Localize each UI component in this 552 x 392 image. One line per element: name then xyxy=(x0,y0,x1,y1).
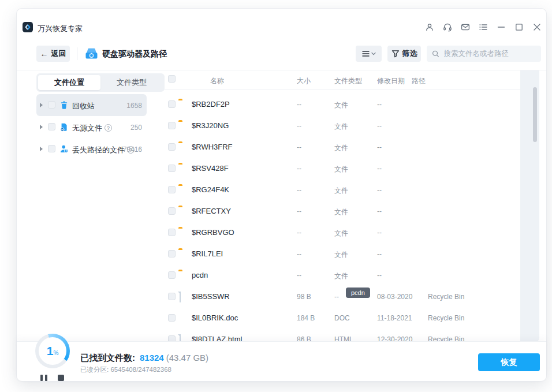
file-size: 184 B xyxy=(297,314,315,322)
scrollbar-track xyxy=(520,70,539,342)
file-name: pcdn xyxy=(192,271,208,279)
table-row[interactable]: $RG24F4K -- 文件 -- xyxy=(160,180,539,201)
file-date: -- xyxy=(377,250,382,258)
file-path: Recycle Bin xyxy=(428,293,464,301)
file-size: -- xyxy=(297,186,301,194)
found-size: (43.47 GB) xyxy=(166,353,208,363)
headset-icon[interactable] xyxy=(443,23,452,32)
col-size: 大小 xyxy=(297,76,311,86)
expand-caret-icon[interactable] xyxy=(40,125,43,129)
pause-button[interactable] xyxy=(40,375,47,381)
tab-file-location[interactable]: 文件位置 xyxy=(38,75,100,90)
table-body: $RB2DF2P -- 文件 -- $R3J20NG -- 文件 -- $RWH… xyxy=(160,90,539,342)
found-count: 81324 xyxy=(140,353,164,363)
file-date: 08-03-2020 xyxy=(377,293,412,301)
item-label: 回收站 xyxy=(72,101,95,111)
table-row[interactable]: $RGRBVGO -- 文件 -- xyxy=(160,222,539,244)
item-checkbox[interactable] xyxy=(48,101,55,109)
row-checkbox[interactable] xyxy=(168,165,176,172)
item-checkbox[interactable] xyxy=(48,123,55,130)
progress-ring-inner: 1 % xyxy=(39,337,66,365)
user-icon[interactable] xyxy=(425,23,434,32)
select-all-checkbox[interactable] xyxy=(168,75,176,83)
chevron-down-icon xyxy=(371,52,376,55)
file-type: 文件 xyxy=(334,143,348,153)
stop-button[interactable] xyxy=(58,375,64,381)
file-size: -- xyxy=(297,250,301,258)
item-checkbox[interactable] xyxy=(48,145,55,152)
row-checkbox[interactable] xyxy=(168,122,176,129)
tooltip: pcdn xyxy=(346,288,370,298)
file-name: $RIL7LEI xyxy=(192,249,223,258)
scrollbar-thumb[interactable] xyxy=(533,87,537,142)
expand-caret-icon[interactable] xyxy=(40,103,43,107)
file-type: 文件 xyxy=(334,271,348,281)
back-button[interactable]: ← 返回 xyxy=(36,46,70,62)
row-checkbox[interactable] xyxy=(168,143,176,151)
maximize-icon[interactable] xyxy=(514,23,524,32)
search-box xyxy=(427,46,541,62)
filter-button[interactable]: 筛选 xyxy=(387,46,421,62)
file-date: -- xyxy=(377,186,382,194)
row-checkbox[interactable] xyxy=(168,229,176,236)
file-minus-icon xyxy=(59,122,69,132)
file-type: 文件 xyxy=(334,122,348,132)
sidebar-tree: 回收站 1658 无源文件 250 xyxy=(36,94,165,160)
file-path: Recycle Bin xyxy=(428,314,464,322)
row-checkbox[interactable] xyxy=(168,207,176,215)
file-type: 文件 xyxy=(334,100,348,110)
found-label: 已找到文件数: xyxy=(80,353,135,363)
item-count: 79416 xyxy=(123,145,142,154)
file-name: $RSV428F xyxy=(192,164,229,173)
close-icon[interactable] xyxy=(532,23,542,32)
table-row[interactable]: $R3J20NG -- 文件 -- xyxy=(160,115,539,137)
recover-button[interactable]: 恢复 xyxy=(478,353,540,371)
file-date: -- xyxy=(377,100,382,109)
row-checkbox[interactable] xyxy=(168,186,176,193)
mail-icon[interactable] xyxy=(461,23,470,32)
table-row[interactable]: $RB2DF2P -- 文件 -- xyxy=(160,94,539,115)
file-date: -- xyxy=(377,122,382,130)
file-size: 98 B xyxy=(297,293,311,301)
row-checkbox[interactable] xyxy=(168,314,176,322)
file-name: $RB2DF2P xyxy=(192,100,230,109)
view-mode-button[interactable] xyxy=(356,46,382,62)
file-size: -- xyxy=(297,271,301,279)
expand-caret-icon[interactable] xyxy=(40,147,43,151)
item-count: 1658 xyxy=(126,102,142,110)
progress-ring: 1 % xyxy=(35,334,70,368)
sidebar-item-lost-path-files[interactable]: ? 丢失路径的文件 79416 xyxy=(36,138,147,160)
table-row[interactable]: $I8DTLAZ.html 86 B HTML 12-30-2020 Recyc… xyxy=(160,329,539,342)
search-input[interactable] xyxy=(443,49,536,58)
toolbar-divider xyxy=(77,47,77,60)
file-date: -- xyxy=(377,143,382,151)
file-size: -- xyxy=(297,207,301,215)
progress-percent: 1 xyxy=(47,344,54,358)
table-row[interactable]: $IL0BRIK.doc 184 B DOC 11-18-2021 Recycl… xyxy=(160,308,539,329)
app-window: 万兴恢复专家 xyxy=(16,8,547,382)
table-row[interactable]: $RWH3FRF -- 文件 -- xyxy=(160,137,539,158)
row-checkbox[interactable] xyxy=(168,271,176,279)
menu-list-icon[interactable] xyxy=(479,23,488,32)
toolbar: ← 返回 硬盘驱动器及路径 筛选 xyxy=(17,46,546,63)
item-count: 250 xyxy=(130,124,142,132)
table-row[interactable]: $RIL7LEI -- 文件 -- xyxy=(160,244,539,265)
file-size: -- xyxy=(297,229,301,237)
table-row[interactable]: pcdn -- 文件 -- xyxy=(160,265,539,286)
file-name: $RWH3FRF xyxy=(192,143,233,151)
row-checkbox[interactable] xyxy=(168,100,176,108)
table-row[interactable]: $RFECTXY -- 文件 -- xyxy=(160,201,539,222)
row-checkbox[interactable] xyxy=(168,293,176,300)
table-row[interactable]: $RSV428F -- 文件 -- xyxy=(160,158,539,180)
table-header: 名称 大小 文件类型 修改日期 路径 xyxy=(160,70,539,89)
minimize-icon[interactable] xyxy=(497,23,506,32)
sidebar-item-recycle-bin[interactable]: 回收站 1658 xyxy=(36,94,147,116)
app-title: 万兴恢复专家 xyxy=(38,24,83,34)
file-name: $R3J20NG xyxy=(192,121,229,130)
tab-file-type[interactable]: 文件类型 xyxy=(100,75,163,90)
row-checkbox[interactable] xyxy=(168,250,176,257)
file-size: -- xyxy=(297,122,301,130)
help-icon[interactable] xyxy=(105,124,112,132)
col-path: 路径 xyxy=(412,76,426,86)
sidebar-item-orphan-files[interactable]: 无源文件 250 xyxy=(36,116,147,138)
